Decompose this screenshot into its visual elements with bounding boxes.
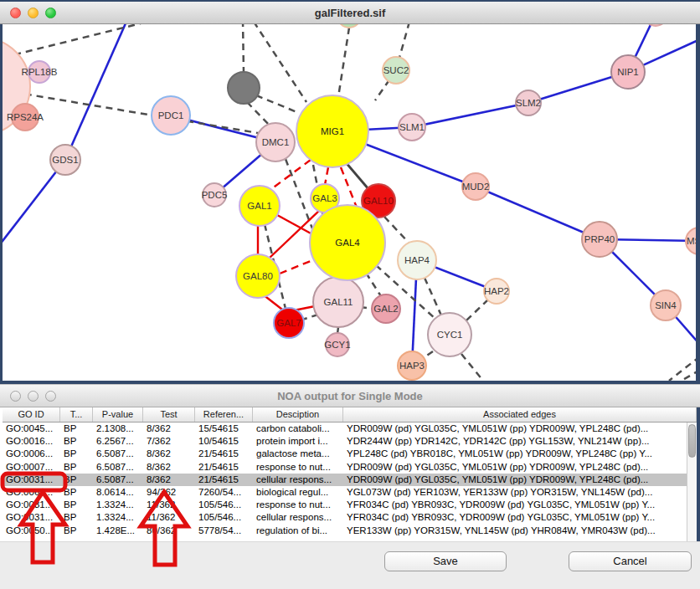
node-GAL1[interactable] xyxy=(239,186,280,226)
window-controls xyxy=(0,2,56,23)
node-GAL2[interactable] xyxy=(372,294,400,323)
network-edge xyxy=(461,354,483,381)
network-edge xyxy=(384,217,410,244)
node-DMC1[interactable] xyxy=(256,123,295,161)
network-edge xyxy=(399,22,409,58)
node-GAL11[interactable] xyxy=(313,277,363,327)
node-SLM2[interactable] xyxy=(516,90,541,115)
table-row[interactable]: GO:0031...BP1.3324...11/362105/546...cel… xyxy=(3,511,687,524)
column-header[interactable]: Referen... xyxy=(195,407,253,422)
table-row[interactable]: GO:0031...BP1.3324...11/362105/546...res… xyxy=(3,499,687,511)
column-header[interactable]: Associated edges xyxy=(343,407,697,422)
node-HAP2[interactable] xyxy=(484,279,509,304)
cell-type: BP xyxy=(60,435,93,448)
node-PDC1[interactable] xyxy=(152,96,190,135)
node-PRP40[interactable] xyxy=(582,222,617,257)
cell-test: 7/362 xyxy=(143,435,195,448)
node-SLM1[interactable] xyxy=(399,114,425,141)
cell-description: regulation of bi... xyxy=(253,525,343,537)
cell-go_id: GO:0045... xyxy=(3,423,60,435)
close-button[interactable] xyxy=(10,391,21,402)
network-canvas[interactable]: RPL18BRPS24AGDS1PDC1DMC1MIG1SUC2SLM1SLM2… xyxy=(0,0,700,381)
cell-associated_edges: YGL073W (pd) YER103W, YER133W (pp) YOR31… xyxy=(343,486,687,499)
column-header[interactable]: GO ID xyxy=(3,407,60,422)
cell-description: galactose meta... xyxy=(253,448,343,460)
table-header: GO IDT...P-valueTestReferen...Desciption… xyxy=(3,407,697,423)
node-SUC2[interactable] xyxy=(383,57,409,84)
node-gray-node[interactable] xyxy=(228,72,260,104)
cell-test: 8/362 xyxy=(143,448,195,460)
cell-reference: 105/546... xyxy=(195,511,253,524)
table-row[interactable]: GO:0045...BP2.1308...8/36215/54615carbon… xyxy=(3,423,687,435)
cell-type: BP xyxy=(60,525,93,537)
cell-associated_edges: YFR034C (pd) YBR093C, YDR009W (pd) YGL03… xyxy=(343,499,687,511)
node-MUD2[interactable] xyxy=(462,173,489,200)
network-edge xyxy=(243,20,244,73)
cell-type: BP xyxy=(60,448,93,460)
node-NIP1[interactable] xyxy=(611,55,645,89)
node-GCY1[interactable] xyxy=(326,333,349,356)
cell-test: 94/362 xyxy=(143,486,195,499)
node-GAL4[interactable] xyxy=(310,205,385,280)
window-controls-inactive xyxy=(0,385,56,407)
column-header[interactable]: P-value xyxy=(93,407,143,422)
node-SIN4[interactable] xyxy=(651,290,681,320)
zoom-button[interactable] xyxy=(45,8,56,18)
cell-type: BP xyxy=(60,423,93,435)
cell-test: 8/362 xyxy=(143,461,195,474)
zoom-button[interactable] xyxy=(45,391,56,402)
node-PDC5[interactable] xyxy=(203,183,226,207)
cell-description: protein import i... xyxy=(253,435,343,448)
cell-associated_edges: YDR244W (pp) YDR142C, YDR142C (pp) YGL15… xyxy=(343,435,687,448)
minimize-button[interactable] xyxy=(28,8,39,18)
node-RPS24A[interactable] xyxy=(12,104,39,131)
cancel-button[interactable]: Cancel xyxy=(569,551,692,571)
save-button[interactable]: Save xyxy=(384,551,507,571)
network-edge xyxy=(254,22,306,102)
node-MIG1[interactable] xyxy=(296,95,368,167)
cell-p_value: 6.2567... xyxy=(93,435,143,448)
network-edge xyxy=(0,160,65,244)
node-GAL7[interactable] xyxy=(274,308,304,338)
node-CYC1[interactable] xyxy=(428,313,471,356)
cell-go_id: GO:0065... xyxy=(3,486,60,499)
node-HAP4[interactable] xyxy=(398,241,436,279)
network-edge xyxy=(65,23,126,160)
table-row[interactable]: GO:0031...BP6.5087...8/36221/54615cellul… xyxy=(3,474,687,486)
scrollbar-thumb[interactable] xyxy=(688,424,696,458)
cell-test: 11/362 xyxy=(143,499,195,511)
cell-associated_edges: YFR034C (pd) YBR093C, YDR009W (pd) YGL03… xyxy=(343,511,687,524)
cell-p_value: 1.3324... xyxy=(93,499,143,511)
cell-p_value: 8.0614... xyxy=(93,486,143,499)
column-header[interactable]: T... xyxy=(60,407,93,422)
cell-go_id: GO:0031... xyxy=(3,474,60,486)
table-row[interactable]: GO:0016...BP6.2567...7/36210/54615protei… xyxy=(3,435,687,448)
cell-test: 8/362 xyxy=(143,423,195,435)
cell-go_id: GO:0016... xyxy=(3,435,60,448)
cell-description: response to nut... xyxy=(253,499,343,511)
node-RPL18B[interactable] xyxy=(28,61,50,83)
cell-type: BP xyxy=(60,511,93,524)
cell-associated_edges: YPL248C (pd) YBR018C, YML051W (pp) YDR00… xyxy=(343,448,687,460)
cell-p_value: 6.5087... xyxy=(93,474,143,486)
column-header[interactable]: Desciption xyxy=(253,407,343,422)
cell-associated_edges: YDR009W (pd) YGL035C, YML051W (pp) YDR00… xyxy=(343,461,687,474)
node-GDS1[interactable] xyxy=(50,145,80,175)
table-row[interactable]: GO:0065...BP8.0614...94/3627260/54...bio… xyxy=(3,486,687,499)
table-row[interactable]: GO:0050...BP1.428E...80/3625778/54...reg… xyxy=(3,525,687,537)
table-row[interactable]: GO:0007...BP6.5087...8/36221/54615respon… xyxy=(3,461,687,474)
cell-reference: 21/54615 xyxy=(195,461,253,474)
cell-associated_edges: YDR009W (pd) YGL035C, YML051W (pp) YDR00… xyxy=(343,423,687,435)
close-button[interactable] xyxy=(10,8,21,18)
node-HAP3[interactable] xyxy=(398,351,426,380)
cell-go_id: GO:0031... xyxy=(3,511,60,524)
table-row[interactable]: GO:0006...BP6.5087...8/36221/54615galact… xyxy=(3,448,687,460)
cell-go_id: GO:0007... xyxy=(3,461,60,474)
minimize-button[interactable] xyxy=(28,391,39,402)
cell-p_value: 1.428E... xyxy=(93,525,143,537)
network-window-titlebar: galFiltered.sif xyxy=(0,0,700,24)
cell-test: 11/362 xyxy=(143,511,195,524)
cell-p_value: 1.3324... xyxy=(93,511,143,524)
node-GAL80[interactable] xyxy=(236,254,280,298)
column-header[interactable]: Test xyxy=(143,407,195,422)
